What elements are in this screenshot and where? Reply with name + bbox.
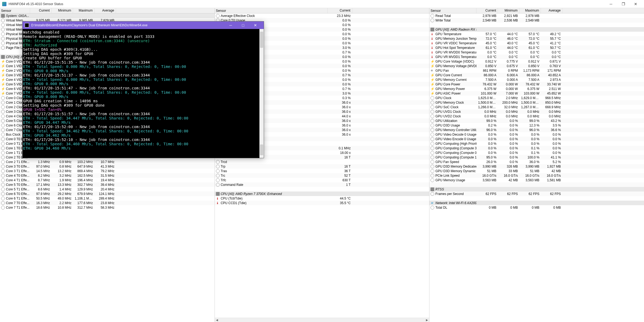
sensor-row[interactable]: Core 7 T0 Effe...16.3 MHz2.2 MHz177.6 MH… — [0, 201, 215, 205]
sensor-row[interactable]: GPU D3D Memory Dynamic51 MB33 MB51 MB42 … — [429, 169, 644, 173]
sensor-row[interactable]: GPU Clock1,625.0 MHz2.0 MHz1,629.0 MHz96… — [429, 96, 644, 100]
scroll-right-button[interactable]: ▶ — [425, 318, 429, 322]
col-sensor[interactable]: Sensor — [429, 8, 476, 13]
sensor-row[interactable]: GPU UVD1 Clock0.0 MHz0.0 MHz0.0 MHz0.0 M… — [429, 109, 644, 114]
sensor-row[interactable]: Write Total2,549 MB2,536 MB2,549 MB — [429, 18, 644, 23]
terminal-line: ETH: GPU0 0.000 Mh/s — [23, 69, 263, 73]
sensor-row[interactable]: GPU Computing (Compute 1) U...95.0 %0.0 … — [429, 155, 644, 160]
sensor-max-value: 177.6 MHz — [73, 201, 95, 205]
sensor-group-row[interactable]: GPU [#0]: AMD Radeon RX 57... — [429, 27, 644, 32]
panel3-header[interactable]: Sensor Current Minimum Maximum Average — [429, 8, 644, 13]
sensor-row[interactable]: GPU Memory Usage3,563 MB42 MB3,563 MB1,5… — [429, 178, 644, 182]
sensor-name-label: Command Rate — [221, 183, 243, 187]
terminal-close-button[interactable]: ✕ — [249, 21, 262, 29]
sensor-row[interactable]: 🌡GPU Temperature57.0 °C44.0 °C57.0 °C49.… — [429, 32, 644, 36]
maximize-button[interactable]: ❐ — [617, 0, 629, 8]
sensor-row[interactable]: Core 4 T1 Effe...8.7 MHz1.9 MHz196.4 MHz… — [0, 178, 215, 182]
sensor-row[interactable]: Core 7 T1 Effe...18.6 MHz10.8 MHz312.7 M… — [0, 205, 215, 210]
terminal-scroll-down-thumb[interactable] — [260, 144, 263, 155]
sensor-row[interactable]: ⚡GPU ASIC Power101.000 W7.000 W103.000 W… — [429, 91, 644, 96]
sensor-row[interactable]: PCIe Link Speed16.0 GT/s16.0 GT/s16.0 GT… — [429, 173, 644, 178]
col-sensor[interactable]: Sensor — [0, 8, 30, 13]
panel3-body[interactable]: Read Total2,978 MB2,921 MB2,978 MBWrite … — [429, 13, 644, 322]
terminal-window[interactable]: D:\Installs\Bitcoin\Ethereum\Claymore's … — [22, 21, 264, 158]
col-current[interactable]: Current — [328, 8, 352, 13]
col-minimum[interactable]: Minimum — [498, 8, 519, 13]
sensor-row[interactable]: GPU UVD2 Clock0.0 MHz0.0 MHz0.0 MHz0.0 M… — [429, 114, 644, 118]
sensor-row[interactable]: Core 6 T0 Effe...97.9 MHz29.2 MHz679.9 M… — [0, 191, 215, 196]
col-minimum[interactable]: Minimum — [52, 8, 73, 13]
sensor-row[interactable]: GPU Fan Speed26.0 %0.0 %36.0 %5.2 % — [429, 160, 644, 164]
col-average[interactable]: Average — [95, 8, 116, 13]
sensor-row[interactable]: GPU Video Encode 0 Usage0.0 %0.0 %0.0 %0… — [429, 137, 644, 141]
sensor-row[interactable] — [429, 23, 644, 27]
sensor-group-row[interactable]: ≋Network: Intel Wi-Fi 6 AX200 1... — [429, 201, 644, 205]
sensor-row[interactable]: Core 5 T1 Effe...8.6 MHz1.4 MHz129.9 MHz… — [0, 187, 215, 191]
sensor-row[interactable]: 🌡GPU VR MVDD1 Temperature0.0 °C0.0 °C0.0… — [429, 55, 644, 59]
sensor-row[interactable]: 🌡GPU VR VDDC Temperature45.0 °C40.0 °C45… — [429, 41, 644, 45]
sensor-row[interactable]: Core 6 T1 Effe...50.5 MHz49.0 MHz1,106.1… — [0, 196, 215, 201]
sensor-row[interactable] — [429, 182, 644, 187]
sensor-row[interactable]: GPU Utilization99.0 %0.0 %99.0 %43.2 % — [429, 118, 644, 123]
col-maximum[interactable]: Maximum — [73, 8, 95, 13]
sensor-row[interactable]: GPU Computing (Compute 0) U...0.0 %0.0 %… — [429, 150, 644, 155]
sensor-row[interactable]: Trp16 T — [215, 164, 429, 169]
sensor-row[interactable]: 🌡GPU VR MVDD0 Temperature0.0 °C0.0 °C0.0… — [429, 50, 644, 55]
sensor-row[interactable]: GPU D3D Memory Dedicated3,990 MB326 MB3,… — [429, 164, 644, 169]
sensor-row[interactable]: ⚡GPU Memory Voltage (MVDDC)0.850 V0.675 … — [429, 64, 644, 68]
sensor-row[interactable]: Tras36 T — [215, 169, 429, 173]
sensor-row[interactable]: GPU Memory Clock1,500.0 MHz200.0 MHz1,50… — [429, 100, 644, 105]
col-current[interactable]: Current — [476, 8, 498, 13]
sensor-row[interactable]: Read Total2,978 MB2,921 MB2,978 MB — [429, 13, 644, 18]
sensor-row[interactable]: Core 2 T1 Effe...1.3 MHz0.9 MHz103.2 MHz… — [0, 160, 215, 164]
scroll-left-button[interactable]: ◀ — [215, 318, 219, 322]
sensor-row[interactable]: Core 3 T0 Effe...97.0 MHz0.8 MHz647.9 MH… — [0, 164, 215, 169]
sensor-row[interactable]: ⚡GPU Core Power78.432 W0.000 W78.432 W33… — [429, 82, 644, 86]
sensor-group-row[interactable]: RTSS — [429, 187, 644, 191]
sensor-row[interactable]: 🌡CPU CCD1 (Tdie)35.5 °C — [215, 201, 429, 205]
sensor-row[interactable]: GPU D3D Usage0.2 %0.0 %12.3 %3.5 % — [429, 123, 644, 128]
sensor-row[interactable]: 🌡GPU Hot Spot Temperature61.0 °C44.0 °C6… — [429, 45, 644, 50]
sensor-group-row[interactable]: CPU [#0]: AMD Ryzen 7 3700X: Enhanced — [215, 191, 429, 196]
sensor-row[interactable]: Core 5 T0 Effe...17.1 MHz13.3 MHz302.7 M… — [0, 182, 215, 187]
terminal-scrollbar[interactable] — [259, 29, 264, 158]
sensor-row[interactable]: ⚡GPU Core Voltage (VDDC)0.912 V0.775 V0.… — [429, 59, 644, 64]
sensor-row[interactable]: ⚡GPU Memory Current7.500 A0.000 A7.500 A… — [429, 77, 644, 82]
sensor-row[interactable]: GPU SoC Clock1,266.0 MHz32.0 MHz1,267.0 … — [429, 105, 644, 109]
sensor-row[interactable]: GPU Computing (High Priority C...0.0 %0.… — [429, 141, 644, 146]
col-maximum[interactable]: Maximum — [519, 8, 541, 13]
sensor-row[interactable]: Trfc630 T — [215, 178, 429, 182]
sensor-row[interactable]: Trc52 T — [215, 173, 429, 178]
sensor-row[interactable]: Core 3 T1 Effe...14.5 MHz13.2 MHz869.4 M… — [0, 169, 215, 173]
terminal-minimize-button[interactable]: ─ — [225, 21, 237, 29]
col-average[interactable]: Average — [541, 8, 562, 13]
terminal-body[interactable]: Watchdog enabledRemote management (READ-… — [23, 29, 264, 158]
sensor-row[interactable]: Frames per Second62 FPS62 FPS62 FPS62 FP… — [429, 191, 644, 196]
sensor-row[interactable]: Command Rate1 T — [215, 182, 429, 187]
col-sensor[interactable]: Sensor — [215, 8, 328, 13]
close-button[interactable]: ✕ — [629, 0, 642, 8]
sensor-row[interactable]: ⚡GPU Core Current86.000 A6.000 A86.000 A… — [429, 73, 644, 77]
panel2-header[interactable]: Sensor Current — [215, 8, 429, 13]
panel1-header[interactable]: Sensor Current Minimum Maximum Average — [0, 8, 215, 13]
col-current[interactable]: Current — [30, 8, 52, 13]
sensor-row[interactable]: Core 4 T0 Effe...8.2 MHz3.2 MHz162.5 MHz… — [0, 173, 215, 178]
sensor-row[interactable] — [429, 196, 644, 201]
sensor-row[interactable]: GPU Video Decode 0 Usage0.0 %0.0 %0.0 %0… — [429, 132, 644, 137]
minimize-button[interactable]: ─ — [605, 0, 617, 8]
sensor-group-row[interactable]: System: GIGA... — [0, 13, 215, 18]
sensor-row[interactable]: 🌡GPU Memory Junction Temper...72.0 °C46.… — [429, 36, 644, 41]
sensor-row[interactable]: ✳GPU Fan861 RPM0 RPM1,173 RPM171 RPM — [429, 68, 644, 73]
sensor-row[interactable]: Trcd — [215, 160, 429, 164]
sensor-row[interactable]: Average Effective Clock23.3 MHz — [215, 13, 429, 18]
sensor-row[interactable]: 🌡CPU (Tctl/Tdie)44.5 °C — [215, 196, 429, 201]
sensor-row[interactable]: GPU Computing (Compute 3) U...0.0 %0.0 %… — [429, 146, 644, 150]
terminal-scroll-up-thumb[interactable] — [260, 32, 263, 48]
horizontal-scrollbar[interactable]: ◀ ▶ — [215, 318, 429, 322]
sensor-row[interactable]: Total DL0 MB0 MB0 MB0 MB — [429, 205, 644, 210]
sensor-row[interactable]: GPU Memory Controller Utilizati...96.0 %… — [429, 128, 644, 132]
sensor-row[interactable]: ⚡GPU Memory Power6.375 W0.000 W6.375 W2.… — [429, 86, 644, 91]
terminal-titlebar[interactable]: D:\Installs\Bitcoin\Ethereum\Claymore's … — [23, 21, 264, 29]
terminal-maximize-button[interactable]: □ — [237, 21, 249, 29]
sensor-row[interactable] — [215, 187, 429, 191]
